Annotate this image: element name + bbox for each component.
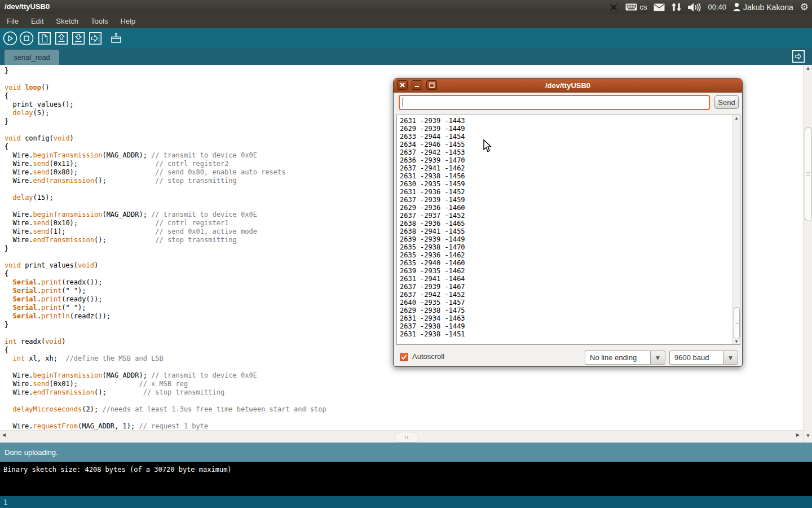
active-window-title: /dev/ttyUSB0	[5, 2, 50, 11]
verify-button[interactable]	[3, 31, 17, 46]
serial-row: 2637 -2939 -1467	[400, 283, 740, 291]
line-number-bar: 1	[0, 496, 812, 508]
code-line: Wire.beginTransmission(MAG_ADDR); // tra…	[5, 371, 803, 380]
scroll-right-icon[interactable]: ▶	[796, 432, 800, 437]
line-ending-dropdown-button[interactable]: ▼	[650, 351, 665, 365]
scroll-up-icon[interactable]: ▲	[804, 66, 812, 71]
serial-row: 2635 -2938 -1470	[400, 243, 740, 251]
network-arrows-icon[interactable]	[672, 3, 681, 11]
serial-rows: 2631 -2939 -14432629 -2939 -14492633 -29…	[397, 115, 740, 338]
notification-app-icon[interactable]	[609, 3, 619, 12]
chevron-down-icon: ▼	[656, 355, 660, 361]
status-bar: Done uploading.	[0, 443, 812, 462]
line-ending-select[interactable]: No line ending ▼	[585, 351, 665, 365]
scroll-left-icon[interactable]: ◀	[2, 432, 6, 437]
editor-vscroll-thumb[interactable]	[805, 127, 812, 221]
serial-row: 2640 -2935 -1457	[400, 299, 740, 306]
serial-row: 2637 -2942 -1452	[400, 291, 740, 299]
mail-icon[interactable]	[654, 3, 665, 11]
editor-horizontal-scrollbar[interactable]: ◀ ▶	[0, 430, 803, 443]
system-tray: cs 00:40 Jakub Kakona ⚙	[609, 0, 809, 14]
keyboard-icon[interactable]	[625, 3, 637, 11]
menu-file[interactable]: File	[1, 14, 25, 28]
serial-scroll-thumb[interactable]	[734, 307, 740, 339]
username[interactable]: Jakub Kakona	[743, 3, 793, 12]
serial-row: 2637 -2937 -1452	[400, 212, 740, 220]
new-sketch-button[interactable]	[38, 32, 51, 45]
maximize-button[interactable]	[426, 80, 437, 90]
save-sketch-button[interactable]	[72, 32, 85, 45]
session-gear-icon[interactable]: ⚙	[800, 0, 809, 14]
code-line	[5, 414, 803, 422]
scroll-down-icon[interactable]: ▼	[804, 433, 812, 438]
serial-row: 2631 -2938 -1451	[400, 330, 740, 338]
serial-row: 2629 -2939 -1449	[400, 125, 740, 133]
menubar: File Edit Sketch Tools Help	[0, 14, 812, 28]
serial-row: 2633 -2944 -1454	[400, 133, 740, 141]
baud-dropdown-button[interactable]: ▼	[723, 351, 738, 365]
top-panel: /dev/ttyUSB0 cs 00:40	[0, 0, 812, 14]
text-caret	[403, 98, 403, 107]
menu-sketch[interactable]: Sketch	[50, 14, 85, 28]
serial-scrollbar[interactable]: ▲ ▼	[732, 115, 740, 344]
serial-row: 2631 -2941 -1464	[400, 275, 740, 283]
serial-scroll-down-icon[interactable]: ▼	[733, 339, 740, 344]
serial-row: 2629 -2938 -1475	[400, 306, 740, 314]
editor-hscroll-thumb[interactable]	[395, 432, 418, 443]
menu-edit[interactable]: Edit	[25, 14, 50, 28]
line-number: 1	[3, 498, 7, 506]
serial-monitor-title: /dev/ttyUSB0	[394, 78, 742, 92]
serial-row: 2635 -2936 -1462	[400, 251, 740, 259]
open-sketch-button[interactable]	[55, 32, 68, 45]
serial-row: 2639 -2935 -1462	[400, 267, 740, 275]
maximize-icon	[430, 83, 434, 87]
baud-rate-value[interactable]: 9600 baud	[669, 351, 723, 365]
send-button[interactable]: Send	[714, 95, 739, 109]
serial-monitor-titlebar[interactable]: /dev/ttyUSB0	[394, 78, 742, 93]
baud-rate-select[interactable]: 9600 baud ▼	[669, 351, 738, 365]
serial-row: 2638 -2936 -1465	[400, 220, 740, 227]
editor-vertical-scrollbar[interactable]: ▲ ▼	[803, 65, 812, 443]
serial-output-area[interactable]: 2631 -2939 -14432629 -2939 -14492633 -29…	[396, 115, 740, 345]
code-line	[5, 397, 803, 405]
serial-row: 2638 -2941 -1455	[400, 227, 740, 235]
serial-row: 2637 -2942 -1453	[400, 148, 740, 156]
close-button[interactable]	[397, 80, 408, 90]
tab-serial-read[interactable]: serial_read	[5, 50, 59, 65]
serial-row: 2637 -2941 -1462	[400, 164, 740, 172]
user-icon	[733, 3, 740, 11]
console-line: Binary sketch size: 4208 bytes (of a 307…	[3, 466, 232, 474]
serial-row: 2636 -2939 -1470	[400, 156, 740, 164]
menu-help[interactable]: Help	[114, 14, 142, 28]
serial-monitor-button[interactable]	[110, 32, 122, 45]
code-line: delayMicroseconds(2); //needs at least 1…	[5, 405, 803, 414]
serial-input[interactable]	[399, 95, 710, 110]
upload-button[interactable]	[89, 32, 102, 45]
volume-icon[interactable]	[688, 3, 701, 12]
autoscroll-label[interactable]: Autoscroll	[412, 352, 444, 361]
serial-row: 2629 -2936 -1460	[400, 204, 740, 212]
build-console: Binary sketch size: 4208 bytes (of a 307…	[0, 462, 812, 496]
code-line: Wire.requestFrom(MAG_ADDR, 1); // reques…	[5, 422, 803, 430]
serial-row: 2637 -2938 -1449	[400, 322, 740, 330]
keyboard-layout-indicator[interactable]: cs	[639, 3, 647, 11]
minimize-button[interactable]	[412, 80, 422, 90]
autoscroll-checkbox[interactable]	[400, 353, 408, 361]
serial-row: 2635 -2940 -1460	[400, 259, 740, 267]
new-tab-button[interactable]	[792, 50, 805, 63]
close-icon	[400, 83, 404, 87]
serial-row: 2631 -2934 -1463	[400, 314, 740, 322]
serial-scroll-up-icon[interactable]: ▲	[733, 116, 740, 120]
screen: /dev/ttyUSB0 cs 00:40	[0, 0, 812, 508]
menu-tools[interactable]: Tools	[85, 14, 114, 28]
tab-bar: serial_read	[0, 48, 812, 65]
checkmark-icon	[402, 355, 407, 358]
serial-monitor-window: /dev/ttyUSB0 Send 2631 -2939 -14432629 -…	[393, 78, 743, 367]
serial-row: 2630 -2935 -1459	[400, 180, 740, 188]
toolbar	[0, 28, 812, 48]
line-ending-value[interactable]: No line ending	[585, 351, 650, 365]
stop-button[interactable]	[19, 31, 34, 46]
code-line: Wire.send(0x01); // x MSB reg	[5, 380, 803, 388]
serial-row: 2634 -2946 -1455	[400, 141, 740, 148]
clock[interactable]: 00:40	[708, 3, 726, 11]
